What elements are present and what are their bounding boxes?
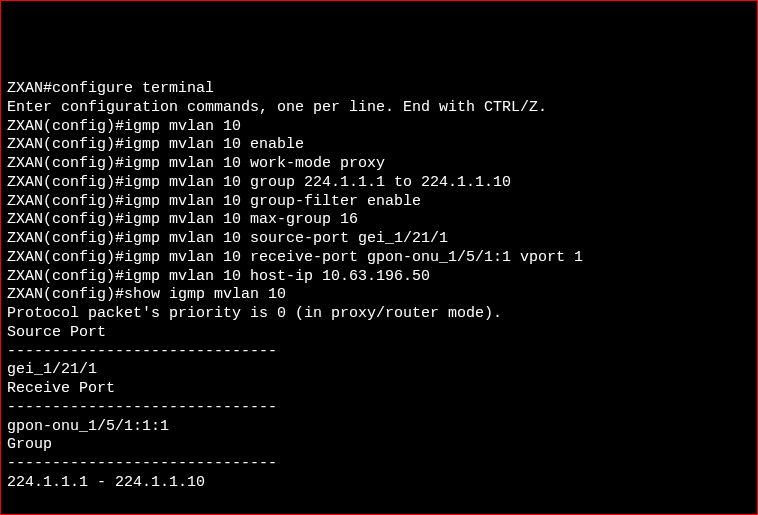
terminal-line: Enter configuration commands, one per li…: [7, 99, 751, 118]
terminal-line: 224.1.1.1 - 224.1.1.10: [7, 474, 751, 493]
terminal-line: ZXAN(config)#igmp mvlan 10 receive-port …: [7, 249, 751, 268]
terminal-line: ZXAN(config)#igmp mvlan 10 host-ip 10.63…: [7, 268, 751, 287]
terminal-line: ZXAN(config)#igmp mvlan 10 max-group 16: [7, 211, 751, 230]
terminal-line: ZXAN(config)#igmp mvlan 10 source-port g…: [7, 230, 751, 249]
terminal-line: ZXAN(config)#igmp mvlan 10 group-filter …: [7, 193, 751, 212]
terminal-line: Group: [7, 436, 751, 455]
terminal-line: ZXAN(config)#igmp mvlan 10 group 224.1.1…: [7, 174, 751, 193]
terminal-line: ------------------------------: [7, 343, 751, 362]
terminal-line: gpon-onu_1/5/1:1:1: [7, 418, 751, 437]
terminal-output: ZXAN#configure terminalEnter configurati…: [7, 80, 751, 493]
terminal-line: ZXAN(config)#igmp mvlan 10: [7, 118, 751, 137]
terminal-line: Protocol packet's priority is 0 (in prox…: [7, 305, 751, 324]
terminal-line: ZXAN(config)#show igmp mvlan 10: [7, 286, 751, 305]
terminal-line: ZXAN(config)#igmp mvlan 10 work-mode pro…: [7, 155, 751, 174]
terminal-line: Receive Port: [7, 380, 751, 399]
terminal-line: Source Port: [7, 324, 751, 343]
terminal-line: ------------------------------: [7, 455, 751, 474]
terminal-line: ZXAN(config)#igmp mvlan 10 enable: [7, 136, 751, 155]
terminal-line: gei_1/21/1: [7, 361, 751, 380]
terminal-line: ZXAN#configure terminal: [7, 80, 751, 99]
terminal-line: ------------------------------: [7, 399, 751, 418]
